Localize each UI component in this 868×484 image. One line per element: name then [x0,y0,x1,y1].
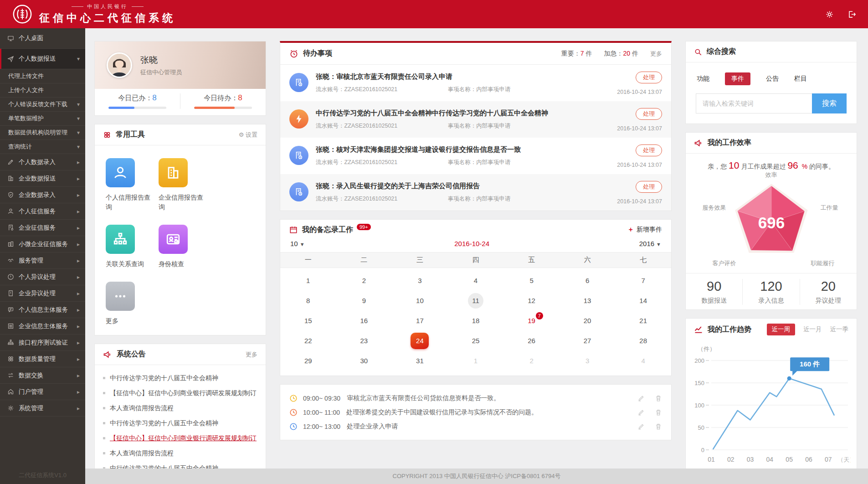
month-select[interactable]: 10▼ [290,240,305,247]
calendar-day[interactable]: 11 [448,291,504,311]
calendar-day[interactable]: 1 [448,351,504,371]
edit-icon[interactable] [637,423,645,430]
sidebar-item[interactable]: 门户管理 ▸ [0,384,85,400]
calendar-day[interactable]: 16 [336,311,392,331]
trash-icon[interactable] [655,409,662,416]
calendar-day[interactable]: 30 [336,351,392,371]
announcement-item[interactable]: 【征信中心】征信中心到商业银行调研发展规划制订 [103,386,257,401]
sidebar-item[interactable]: 个人数据报送 ▾ [0,49,85,69]
todo-more-link[interactable]: 更多 [650,50,662,58]
calendar-day[interactable]: 3 [560,351,616,371]
calendar-day[interactable]: 18 [448,311,504,331]
search-input[interactable] [696,93,812,113]
handle-button[interactable]: 处理 [636,72,662,83]
calendar-day[interactable]: 4 [448,271,504,291]
calendar-day[interactable]: 5 [503,271,560,291]
calendar-day[interactable]: 3 [392,271,448,291]
sidebar-item[interactable]: 个人征信服务 ▸ [0,203,85,220]
sidebar-item[interactable]: 个人信息主体服务 ▸ [0,302,85,318]
announcement-item[interactable]: 【征信中心】征信中心到商业银行调研发展规划制订 [103,431,257,446]
announcement-item[interactable]: 中行传达学习党的十八届五中全会精神 [103,416,257,431]
sidebar-item[interactable]: 企业数据录入 ▸ [0,187,85,203]
calendar-day[interactable]: 15 [280,311,336,331]
logout-icon[interactable] [847,10,856,19]
calendar-day[interactable]: 14 [615,291,671,311]
trend-tab[interactable]: 近一月 [803,325,822,334]
calendar-day[interactable]: 2 [336,271,392,291]
calendar-day[interactable]: 31 [392,351,448,371]
sidebar-item[interactable]: 服务管理 ▸ [0,252,85,269]
calendar-day[interactable]: 2 [503,351,560,371]
search-tab[interactable]: 公告 [766,72,779,85]
sidebar-item[interactable]: 企业信息主体服务 ▸ [0,318,85,335]
tool-shortcut[interactable]: 企业信用报告查询 [159,158,209,212]
sidebar-item[interactable]: 个人桌面 [0,28,85,49]
announcement-item[interactable]: 本人查询信用报告流程 [103,401,257,416]
calendar-day[interactable]: 26 [503,331,560,351]
sidebar-item[interactable]: 系统管理 ▸ [0,400,85,417]
handle-button[interactable]: 处理 [636,108,662,120]
sidebar-item[interactable]: 数据提供机构说明管理 ▾ [0,126,85,140]
calendar-day[interactable]: 20 [560,311,616,331]
year-select[interactable]: 2016▼ [639,240,661,247]
sidebar-item[interactable]: 小微企业征信服务 ▸ [0,236,85,252]
sidebar-item[interactable]: 企业异议处理 ▸ [0,285,85,302]
announcement-item[interactable]: 本人查询信用报告流程 [103,446,257,461]
calendar-day[interactable]: 29 [280,351,336,371]
sidebar-item[interactable]: 代理上传文件 [0,69,85,83]
efficiency-stat: 90 数据报送 [686,279,742,305]
trash-icon[interactable] [655,395,662,402]
search-tab[interactable]: 事件 [725,72,750,85]
tool-shortcut[interactable]: 关联关系查询 [106,225,156,269]
settings-gear-icon[interactable] [825,10,834,19]
handle-button[interactable]: 处理 [636,144,662,156]
calendar-day[interactable]: 4 [615,351,671,371]
sidebar-item[interactable]: 上传个人文件 [0,83,85,98]
sidebar-item[interactable]: 单笔数据维护 ▾ [0,112,85,126]
calendar-day[interactable]: 7 [615,271,671,291]
search-tab[interactable]: 功能 [697,72,709,85]
calendar-day[interactable]: 21 [615,311,671,331]
sidebar-item[interactable]: 数据质量管理 ▸ [0,351,85,367]
calendar-day[interactable]: 8 [280,291,336,311]
calendar-day[interactable]: 9 [336,291,392,311]
calendar-day[interactable]: 6 [560,271,616,291]
add-event-button[interactable]: ＋新增事件 [627,226,662,234]
edit-icon[interactable] [637,409,645,416]
sidebar-item[interactable]: 个人错误反馈文件下载 ▾ [0,98,85,112]
sidebar-item[interactable]: 企业数据报送 ▸ [0,170,85,187]
announcements-more-link[interactable]: 更多 [246,350,257,359]
calendar-day[interactable]: 17 [392,311,448,331]
calendar-day[interactable]: 10 [392,291,448,311]
sidebar-item-icon [7,388,14,395]
sidebar-item[interactable]: 接口程序测试验证 ▸ [0,335,85,351]
handle-button[interactable]: 处理 [636,181,662,193]
edit-icon[interactable] [637,395,645,402]
announcement-item[interactable]: 中行传达学习党的十八届五中全会精神 [103,371,257,386]
sidebar-item[interactable]: 个人异议处理 ▸ [0,269,85,285]
tool-shortcut[interactable]: 个人信用报告查询 [106,158,156,212]
tools-settings-link[interactable]: ⚙ 设置 [239,131,257,139]
sidebar-item[interactable]: 企业征信服务 ▸ [0,220,85,236]
calendar-day[interactable]: 22 [280,331,336,351]
calendar-day[interactable]: 23 [336,331,392,351]
calendar-day[interactable]: 13 [560,291,616,311]
announcement-item[interactable]: 中行传达学习党的十八届五中全会精神 [103,461,257,469]
trend-tab[interactable]: 近一季 [830,325,849,334]
calendar-day[interactable]: 1 [280,271,336,291]
tool-shortcut[interactable]: 更多 [106,282,156,326]
trash-icon[interactable] [655,423,662,430]
calendar-day[interactable]: 25 [448,331,504,351]
calendar-day[interactable]: 24 [392,331,448,351]
calendar-day[interactable]: 28 [615,331,671,351]
calendar-day[interactable]: 27 [560,331,616,351]
calendar-day[interactable]: 19 7 [503,311,560,331]
calendar-day[interactable]: 12 [503,291,560,311]
sidebar-item[interactable]: 数据交换 ▸ [0,367,85,384]
tool-shortcut[interactable]: 身份核查 [159,225,209,269]
trend-tab[interactable]: 近一周 [767,324,796,335]
search-tab[interactable]: 栏目 [794,72,807,85]
sidebar-item[interactable]: 个人数据录入 ▸ [0,154,85,170]
search-button[interactable]: 搜索 [812,93,847,113]
sidebar-item[interactable]: 查询统计 ▾ [0,140,85,154]
